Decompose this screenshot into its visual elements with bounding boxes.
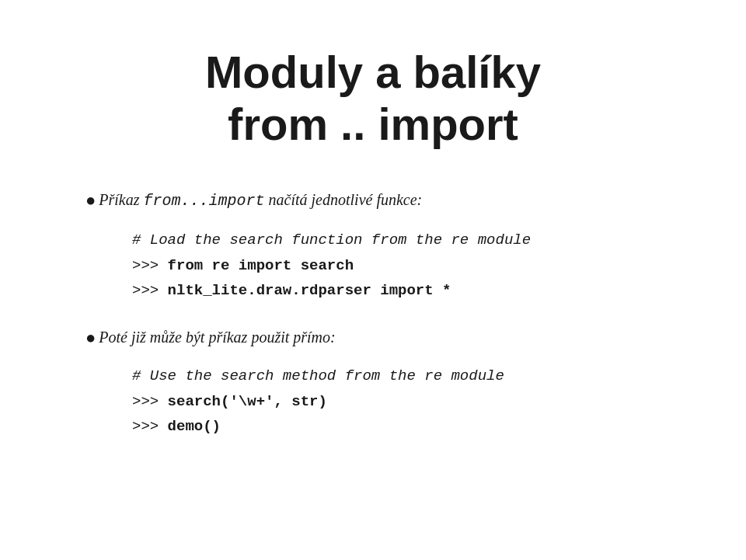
bullet1-prefix-normal: Příkaz (99, 191, 143, 208)
bullet-item-2: ● Poté již může být příkaz použit přímo: (85, 326, 684, 348)
code-line-6: >>> demo() (132, 414, 684, 439)
code-line-3: >>> nltk_lite.draw.rdparser import * (132, 278, 684, 303)
comment-text-1: # Load the search function from the re m… (132, 231, 531, 249)
bullet-dot-1: ● (85, 190, 96, 210)
code-line-2: >>> from re import search (132, 253, 684, 278)
content-section: ● Příkaz from...import načítá jednotlivé… (85, 189, 684, 462)
bullet-dot-2: ● (85, 328, 96, 348)
slide-title: Moduly a balíky from .. import (62, 47, 684, 150)
code-block-1: # Load the search function from the re m… (132, 228, 684, 303)
prompt-2: >>> (132, 257, 168, 274)
bullet1-prefix-code: from...import (144, 192, 265, 210)
code-line-comment-2: # Use the search method from the re modu… (132, 363, 684, 388)
title-line1: Moduly a balíky (205, 47, 541, 97)
code-line-comment-1: # Load the search function from the re m… (132, 228, 684, 252)
bullet-item-1: ● Příkaz from...import načítá jednotlivé… (85, 189, 684, 212)
prompt-5: >>> (132, 393, 168, 410)
comment-text-2: # Use the search method from the re modu… (132, 367, 504, 384)
code-line-5: >>> search('\w+', str) (132, 389, 684, 414)
cmd-text-5: search('\w+', str) (168, 393, 327, 410)
prompt-6: >>> (132, 418, 168, 435)
prompt-3: >>> (132, 282, 168, 299)
code-block-2: # Use the search method from the re modu… (132, 363, 684, 439)
bullet-text-2: Poté již může být příkaz použit přímo: (99, 326, 335, 348)
cmd-text-6: demo() (168, 418, 221, 435)
cmd-text-2: from re import search (168, 257, 354, 274)
bullet-text-1: Příkaz from...import načítá jednotlivé f… (99, 189, 422, 212)
slide: Moduly a balíky from .. import ● Příkaz … (0, 0, 746, 560)
cmd-text-3: nltk_lite.draw.rdparser import * (168, 282, 451, 299)
title-line2: from .. import (228, 99, 518, 149)
bullet1-suffix: načítá jednotlivé funkce: (265, 191, 423, 208)
title-section: Moduly a balíky from .. import (62, 47, 684, 150)
